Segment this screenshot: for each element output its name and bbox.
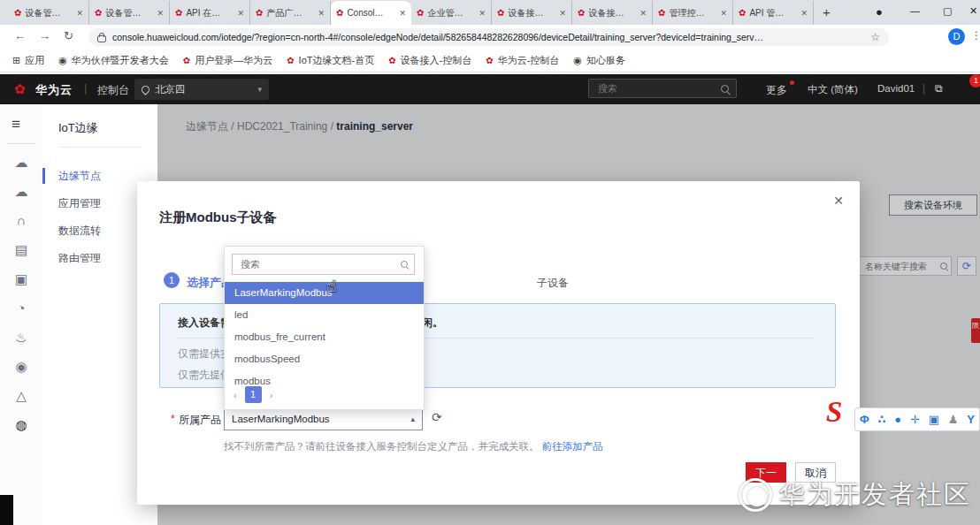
task-icon[interactable]: ▣ (0, 271, 42, 287)
message-badge[interactable]: 1 (969, 74, 980, 88)
browser-tab[interactable]: ✿设备接…✕ (572, 1, 653, 25)
record-indicator-icon[interactable]: ● (876, 5, 883, 19)
window-close-button[interactable]: ✕ (969, 5, 977, 17)
person-icon[interactable]: ♟ (948, 413, 959, 426)
tab-close-icon[interactable]: ✕ (479, 9, 486, 18)
ball-icon[interactable]: ● (894, 413, 901, 426)
browser-menu-icon[interactable]: ⋮ (971, 29, 980, 42)
storage-icon[interactable]: ◔ (0, 301, 42, 316)
close-icon[interactable]: ✕ (833, 194, 844, 208)
browser-tab[interactable]: ✿API 管…✕ (733, 1, 814, 25)
browser-tab[interactable]: ✿设备管…✕ (9, 1, 89, 25)
page-next-icon[interactable]: › (270, 390, 273, 400)
cluster-icon[interactable]: △ (0, 388, 42, 404)
tab-close-icon[interactable]: ✕ (318, 9, 325, 18)
window-minimize-button[interactable]: — (910, 5, 920, 16)
huawei-favicon-icon: ✿ (497, 9, 504, 18)
page-prev-icon[interactable]: ‹ (234, 390, 237, 400)
url-box[interactable]: console.huaweicloud.com/iotedge/?region=… (88, 28, 889, 46)
dropdown-search-input[interactable] (239, 258, 384, 270)
tab-close-icon[interactable]: ✕ (76, 9, 83, 18)
url-text[interactable]: console.huaweicloud.com/iotedge/?region=… (112, 32, 864, 42)
active-indicator (42, 168, 45, 184)
bookmark-item[interactable]: ✿用户登录—华为云 (183, 54, 272, 67)
tab-close-icon[interactable]: ✕ (157, 9, 164, 18)
console-search-input[interactable] (596, 82, 715, 95)
tab-title: 企业管… (427, 7, 475, 19)
shirt-icon[interactable]: Y (967, 413, 975, 426)
tab-title: Consol… (347, 8, 395, 18)
community-logo-icon (739, 478, 772, 512)
bookmark-item[interactable]: ◉知心服务 (573, 54, 625, 67)
back-button[interactable]: ← (14, 29, 26, 42)
huawei-favicon-icon: ✿ (417, 9, 424, 18)
browser-tab[interactable]: ✿API 在…✕ (170, 1, 250, 25)
brush-icon[interactable]: ∴ (877, 413, 885, 426)
huawei-favicon-icon: ✿ (388, 56, 395, 65)
browser-tab[interactable]: ✿设备接…✕ (492, 1, 572, 25)
settings-icon[interactable]: ◍ (0, 417, 42, 433)
browser-tab-active[interactable]: ✿Consol…✕ (331, 1, 411, 25)
tab-title: 设备管… (25, 7, 73, 19)
edge-cloud-icon[interactable]: ☁ (0, 184, 42, 200)
pen-icon[interactable]: Φ (860, 413, 869, 426)
required-mark: * (171, 413, 175, 425)
dropdown-option-modbus-fre-current[interactable]: modbus_fre_current (225, 326, 424, 348)
page-number[interactable]: 1 (245, 386, 262, 403)
brand-name[interactable]: 华为云 (35, 82, 73, 98)
more-menu[interactable]: 更多 (766, 83, 787, 98)
browser-tab[interactable]: ✿企业管…✕ (411, 1, 492, 25)
pin-icon[interactable]: ✛ (910, 413, 920, 426)
refresh-products-icon[interactable]: ⟳ (432, 410, 442, 424)
forward-button[interactable]: → (39, 29, 50, 42)
tab-close-icon[interactable]: ✕ (639, 9, 647, 18)
product-hint: 找不到所需产品？请前往设备接入服务控制台定义产品，并完成关联。 前往添加产品 (224, 440, 603, 453)
bookmark-item[interactable]: ◉华为伙伴暨开发者大会 (58, 54, 169, 67)
sidebar-title: IoT边缘 (58, 120, 98, 136)
dropdown-option-lasermarkingmodbus[interactable]: LaserMarkingModbus (225, 282, 424, 304)
deploy-icon[interactable]: ♨ (0, 330, 42, 346)
tab-close-icon[interactable]: ✕ (399, 9, 406, 18)
tab-close-icon[interactable]: ✕ (800, 9, 808, 18)
apps-shortcut[interactable]: ⊞应用 (12, 54, 44, 67)
dropdown-option-led[interactable]: led (225, 304, 424, 326)
step-trailing-text: 子设备 (537, 276, 569, 291)
analytics-icon[interactable]: ∩ (0, 213, 42, 228)
bookmark-item[interactable]: ✿IoT边缘文档-首页 (287, 54, 374, 67)
cloud-icon[interactable]: ☁ (0, 155, 42, 171)
hamburger-menu-icon[interactable]: ≡ (11, 117, 31, 132)
watermark: 华为开发者社区 (739, 477, 971, 513)
tab-title: 管理控… (669, 7, 716, 19)
browser-tab[interactable]: ✿产品广…✕ (250, 1, 331, 25)
divider (58, 147, 142, 148)
tab-title: API 管… (749, 7, 797, 19)
browser-tab[interactable]: ✿设备管…✕ (89, 1, 170, 25)
add-product-link[interactable]: 前往添加产品 (542, 441, 603, 452)
console-link[interactable]: 控制台 (97, 83, 129, 98)
bookmark-star-icon[interactable]: ☆ (870, 31, 880, 43)
new-tab-button[interactable]: + (823, 4, 831, 20)
browser-tab[interactable]: ✿管理控…✕ (653, 1, 733, 25)
product-select[interactable]: LaserMarkingModbus ▴ (224, 407, 423, 430)
region-selector[interactable]: 北京四 ▾ (134, 79, 269, 100)
account-menu[interactable]: David01 (877, 83, 915, 94)
tab-close-icon[interactable]: ✕ (720, 9, 727, 18)
console-search[interactable] (588, 79, 737, 98)
bookmark-item[interactable]: ✿华为云-控制台 (486, 54, 559, 67)
window-maximize-button[interactable]: ▢ (943, 5, 952, 17)
reload-button[interactable]: ↻ (64, 29, 73, 42)
bookmark-item[interactable]: ✿设备接入-控制台 (388, 54, 471, 67)
browser-profile-avatar[interactable]: D (948, 28, 965, 45)
service-icon-rail: ≡ ☁ ☁ ∩ ▤ ▣ ◔ ♨ ◉ △ ◍ (0, 104, 43, 525)
workspace-icon[interactable]: ⧉ (935, 82, 943, 95)
tab-close-icon[interactable]: ✕ (237, 9, 244, 18)
dropdown-search-box[interactable] (232, 254, 415, 275)
huawei-favicon-icon: ✿ (287, 56, 294, 65)
monitor-icon[interactable]: ◉ (0, 359, 42, 375)
language-selector[interactable]: 中文 (简体) (808, 83, 858, 96)
frame-icon[interactable]: ▣ (929, 413, 939, 426)
dropdown-option-modbusspeed[interactable]: modbusSpeed (225, 348, 424, 370)
document-icon[interactable]: ▤ (0, 242, 42, 258)
tab-close-icon[interactable]: ✕ (559, 9, 566, 18)
product-dropdown-panel: LaserMarkingModbus led modbus_fre_curren… (224, 246, 425, 410)
